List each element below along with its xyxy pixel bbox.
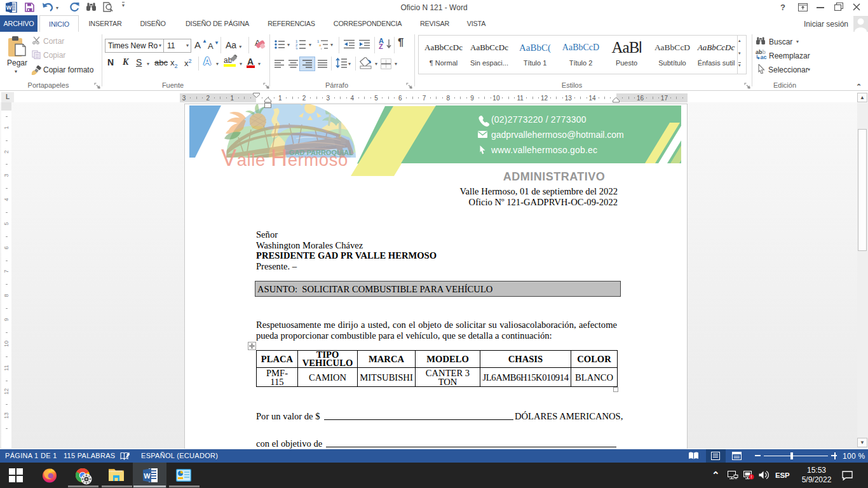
- svg-text:3: 3: [295, 47, 298, 50]
- svg-text:i: i: [321, 47, 322, 50]
- svg-text:!: !: [751, 475, 752, 479]
- svg-text:W: W: [144, 472, 151, 480]
- svg-text:Valle Hermoso: Valle Hermoso: [221, 145, 348, 171]
